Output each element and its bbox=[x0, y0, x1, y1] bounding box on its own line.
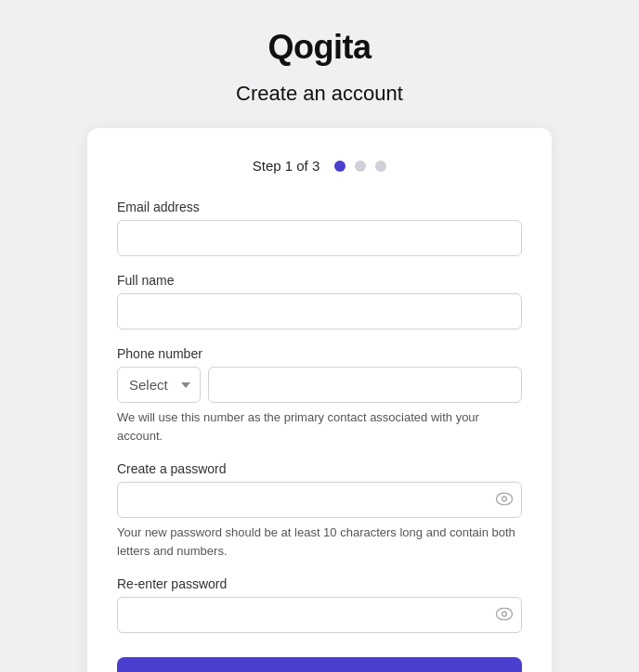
repassword-label: Re-enter password bbox=[117, 576, 522, 591]
app-title: Qogita bbox=[268, 28, 372, 67]
password-input[interactable] bbox=[117, 482, 522, 518]
page-title: Create an account bbox=[236, 82, 403, 106]
email-label: Email address bbox=[117, 200, 522, 214]
repassword-group: Re-enter password bbox=[117, 576, 522, 633]
svg-point-3 bbox=[502, 612, 507, 616]
phone-hint: We will use this number as the primary c… bbox=[117, 408, 522, 445]
password-wrapper bbox=[117, 482, 522, 518]
phone-label: Phone number bbox=[117, 346, 522, 361]
repassword-toggle-icon[interactable] bbox=[496, 607, 513, 623]
phone-row: Select bbox=[117, 367, 522, 403]
svg-point-0 bbox=[497, 493, 513, 505]
svg-point-1 bbox=[502, 497, 507, 501]
email-input[interactable] bbox=[117, 220, 522, 256]
fullname-input[interactable] bbox=[117, 293, 522, 330]
password-toggle-icon[interactable] bbox=[496, 492, 513, 508]
step-dot-2 bbox=[355, 161, 366, 172]
fullname-group: Full name bbox=[117, 273, 522, 330]
phone-country-select[interactable]: Select bbox=[117, 367, 201, 403]
password-hint: Your new password should be at least 10 … bbox=[117, 523, 522, 560]
svg-point-2 bbox=[497, 608, 513, 620]
phone-group: Phone number Select We will use this num… bbox=[117, 346, 522, 445]
step-dot-1 bbox=[334, 161, 346, 172]
step-indicator: Step 1 of 3 bbox=[117, 158, 522, 174]
registration-card: Step 1 of 3 Email address Full name Phon… bbox=[87, 128, 552, 672]
phone-number-input[interactable] bbox=[208, 367, 522, 403]
repassword-wrapper bbox=[117, 597, 522, 633]
step-dot-3 bbox=[375, 161, 386, 172]
next-button[interactable]: Next bbox=[117, 657, 522, 672]
fullname-label: Full name bbox=[117, 273, 522, 288]
password-group: Create a password Your new password shou… bbox=[117, 461, 522, 560]
step-label: Step 1 of 3 bbox=[253, 158, 320, 174]
email-group: Email address bbox=[117, 200, 522, 256]
repassword-input[interactable] bbox=[117, 597, 522, 633]
password-label: Create a password bbox=[117, 461, 522, 476]
